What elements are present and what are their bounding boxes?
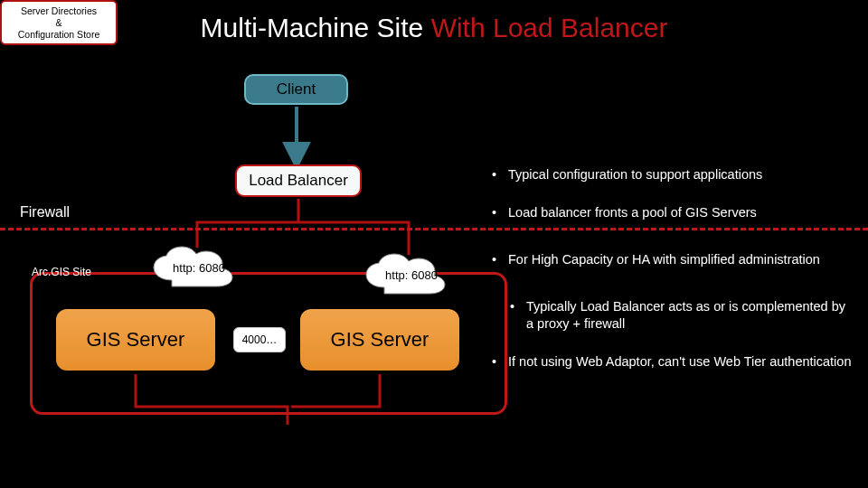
title-part1: Multi-Machine Site	[201, 13, 431, 42]
title-part2: With Load Balancer	[431, 13, 668, 42]
arcgis-site-label: Arc.GIS Site	[32, 266, 91, 278]
gis-server-1: GIS Server	[54, 307, 217, 372]
bullet-2: Load balancer fronts a pool of GIS Serve…	[492, 204, 854, 221]
gis-server-2: GIS Server	[298, 307, 461, 372]
bullet-4: Typically Load Balancer acts as or is co…	[510, 298, 854, 331]
http-cloud-2: http: 6080	[357, 253, 466, 296]
http-cloud-1: http: 6080	[145, 246, 253, 289]
load-balancer-node: Load Balancer	[235, 164, 362, 197]
slide-title: Multi-Machine Site With Load Balancer	[0, 13, 868, 43]
http-cloud-1-label: http: 6080	[145, 246, 253, 289]
bullet-list: Typical configuration to support applica…	[492, 166, 854, 391]
client-node: Client	[244, 74, 348, 105]
bullet-3: For High Capacity or HA with simplified …	[492, 251, 854, 267]
port-range-node: 4000…	[233, 327, 286, 352]
bullet-1: Typical configuration to support applica…	[492, 166, 854, 183]
firewall-label: Firewall	[20, 204, 70, 221]
http-cloud-2-label: http: 6080	[357, 253, 466, 296]
bullet-5: If not using Web Adaptor, can't use Web …	[492, 353, 854, 370]
